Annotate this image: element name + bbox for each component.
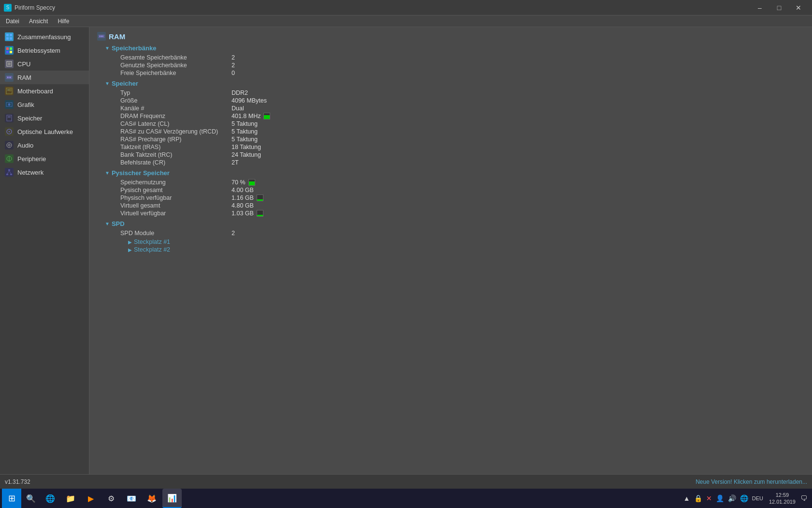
sidebar-item-peripherie[interactable]: Peripherie — [0, 152, 89, 165]
sidebar-item-netzwerk[interactable]: Netzwerk — [0, 165, 89, 179]
slot2-arrow: ▶ — [128, 247, 132, 253]
system-clock[interactable]: 12:59 12.01.2019 — [766, 492, 798, 506]
svg-rect-5 — [10, 47, 12, 50]
value-pysisch-gesamt: 4.00 GB — [232, 187, 254, 194]
taskbar-app-explorer[interactable]: 📁 — [61, 489, 80, 508]
minimize-button[interactable]: – — [750, 0, 769, 15]
content-area: RAM ▼ Speicherbänke Gesamte Speicherbänk… — [89, 27, 812, 474]
ram-header-icon — [97, 32, 106, 41]
svg-rect-30 — [10, 174, 12, 175]
status-bar: v1.31.732 Neue Version! Klicken zum heru… — [0, 474, 812, 489]
clock-date: 12.01.2019 — [769, 498, 796, 505]
taskbar-tray: ▲ 🔒 ✕ 👤 🔊 🌐 DEU 12:59 12.01.2019 🗨 — [682, 492, 810, 506]
taskbar-app-media[interactable]: ▶ — [81, 489, 101, 508]
value-genutzte-speicher: 2 — [232, 62, 235, 69]
value-groesse: 4096 MBytes — [232, 97, 267, 104]
label-typ: Typ — [120, 90, 232, 96]
value-dram: 401.8 MHz — [232, 113, 270, 120]
data-row-spd-module: SPD Module 2 — [120, 229, 804, 237]
cpu-icon — [5, 60, 14, 68]
taskbar-app-mail[interactable]: 📧 — [122, 489, 141, 508]
taskbar-app-edge-old[interactable]: 🌐 — [41, 489, 60, 508]
svg-rect-12 — [9, 77, 10, 78]
menu-hilfe[interactable]: Hilfe — [54, 17, 73, 26]
svg-point-16 — [9, 89, 11, 91]
close-button[interactable]: ✕ — [789, 0, 808, 15]
spd-header: ▼ SPD — [105, 220, 804, 227]
pysischer-data: Speichernutzung 70 % Pysisch gesamt 4.00… — [120, 179, 804, 217]
search-button[interactable]: 🔍 — [22, 490, 40, 507]
value-spd-module: 2 — [232, 230, 235, 237]
value-ras-cas: 5 Taktung — [232, 128, 258, 135]
svg-point-23 — [9, 131, 10, 133]
zusammenfassung-icon — [5, 32, 14, 41]
sidebar-item-zusammenfassung[interactable]: Zusammenfassung — [0, 30, 89, 44]
data-row-virtuell-verfugbar: Virtuell verfügbar 1.03 GB — [120, 209, 804, 217]
menu-ansicht[interactable]: Ansicht — [25, 17, 52, 26]
sidebar-label-optische: Optische Laufwerke — [17, 128, 73, 135]
sidebar-item-optische[interactable]: Optische Laufwerke — [0, 125, 89, 138]
value-speichernutzung: 70 % — [232, 179, 255, 186]
speicher-header: ▼ Speicher — [105, 80, 804, 87]
ram-section-header: RAM — [97, 32, 804, 41]
data-row-befehlsrate: Befehlsrate (CR) 2T — [120, 159, 804, 166]
app-icon: S — [4, 4, 12, 12]
tray-expand[interactable]: ▲ — [682, 493, 691, 503]
sidebar-item-audio[interactable]: Audio — [0, 138, 89, 152]
tray-x[interactable]: ✕ — [705, 493, 713, 503]
value-ras-precharge: 5 Taktung — [232, 136, 258, 143]
svg-rect-36 — [102, 36, 103, 37]
menu-datei[interactable]: Datei — [2, 17, 23, 26]
sidebar: Zusammenfassung Betriebssystem CPU RAM M — [0, 27, 89, 474]
spd-section: ▼ SPD SPD Module 2 ▶ Steckplatz #1 ▶ Ste… — [105, 220, 804, 254]
sidebar-item-grafik[interactable]: Grafik — [0, 98, 89, 111]
speicherbaenke-section: ▼ Speicherbänke Gesamte Speicherbänke 2 … — [105, 45, 804, 77]
data-row: Genutzte Speicherbänke 2 — [120, 61, 804, 69]
value-physisch-verfugbar: 1.16 GB — [232, 194, 263, 201]
sidebar-label-ram: RAM — [17, 74, 31, 81]
sidebar-item-betriebssystem[interactable]: Betriebssystem — [0, 44, 89, 57]
label-physisch-verfugbar: Physisch verfügbar — [120, 194, 232, 201]
spd-slot-2[interactable]: ▶ Steckplatz #2 — [128, 246, 804, 254]
sidebar-label-betriebssystem: Betriebssystem — [17, 47, 60, 54]
svg-point-24 — [7, 143, 12, 148]
tray-network[interactable]: 🌐 — [739, 493, 749, 503]
taskbar-app-firefox[interactable]: 🦊 — [142, 489, 161, 508]
svg-rect-28 — [8, 169, 10, 171]
tray-lang[interactable]: DEU — [751, 494, 764, 502]
version-text: v1.31.732 — [5, 478, 30, 485]
tray-lock[interactable]: 🔒 — [693, 493, 703, 503]
data-row: Gesamte Speicherbänke 2 — [120, 54, 804, 61]
slot1-arrow: ▶ — [128, 239, 132, 245]
value-kanaele: Dual — [232, 105, 244, 112]
data-row-cas: CAS# Latenz (CL) 5 Taktung — [120, 120, 804, 128]
spd-triangle: ▼ — [105, 221, 110, 226]
label-befehlsrate: Befehlsrate (CR) — [120, 159, 232, 166]
netzwerk-icon — [5, 168, 14, 177]
speicherbaenke-title: Speicherbänke — [112, 45, 157, 52]
main-container: Zusammenfassung Betriebssystem CPU RAM M — [0, 27, 812, 474]
update-text[interactable]: Neue Version! Klicken zum herunterladen.… — [696, 478, 807, 485]
window-title: Piriform Speccy — [14, 4, 55, 11]
sidebar-item-motherboard[interactable]: Motherboard — [0, 84, 89, 98]
svg-rect-15 — [7, 89, 9, 91]
taskbar-app-speccy[interactable]: 📊 — [162, 489, 182, 508]
svg-rect-29 — [6, 174, 8, 175]
slot2-label: Steckplatz #2 — [134, 246, 170, 253]
slot1-label: Steckplatz #1 — [134, 239, 170, 245]
value-gesamt-speicher: 2 — [232, 54, 235, 61]
notification-icon[interactable]: 🗨 — [800, 494, 807, 502]
sidebar-label-motherboard: Motherboard — [17, 88, 53, 95]
speichernutzung-indicator — [248, 179, 255, 186]
sidebar-item-ram[interactable]: RAM — [0, 71, 89, 84]
tray-volume[interactable]: 🔊 — [727, 493, 737, 503]
spd-slot-1[interactable]: ▶ Steckplatz #1 — [128, 238, 804, 246]
motherboard-icon — [5, 87, 14, 95]
sidebar-item-cpu[interactable]: CPU — [0, 57, 89, 71]
start-button[interactable]: ⊞ — [2, 489, 21, 508]
audio-icon — [5, 141, 14, 149]
tray-user[interactable]: 👤 — [715, 493, 725, 503]
sidebar-item-speicher[interactable]: Speicher — [0, 111, 89, 125]
taskbar-app-settings[interactable]: ⚙ — [102, 489, 121, 508]
maximize-button[interactable]: □ — [769, 0, 789, 15]
